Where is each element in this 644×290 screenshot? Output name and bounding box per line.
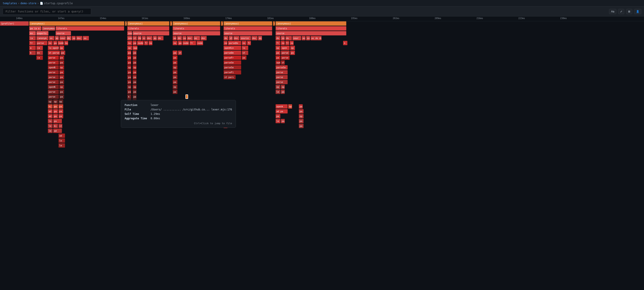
flame-sourc[interactable]: sourc bbox=[59, 36, 66, 40]
flame-pa-r14-3[interactable]: pa bbox=[132, 90, 136, 94]
flame-pa-r14[interactable]: pa bbox=[59, 90, 64, 94]
flame-fr-3[interactable]: fr bbox=[190, 41, 196, 45]
flame-pa-sm-11[interactable]: pa bbox=[242, 55, 246, 60]
flame-st-pars[interactable]: st pars bbox=[224, 75, 236, 79]
flame-pa-r11-2[interactable]: pa bbox=[127, 75, 131, 79]
flame-so-2[interactable]: so bbox=[72, 36, 76, 40]
flame-op-deep-3[interactable]: op bbox=[58, 99, 63, 104]
flame-pa-r11-3[interactable]: pa bbox=[132, 75, 136, 79]
flame-sou[interactable]: sou bbox=[127, 31, 132, 36]
flame-paren-1[interactable]: ( bbox=[125, 21, 127, 26]
flame-st-r21[interactable]: st bbox=[58, 124, 62, 128]
flame-parse-r14[interactable]: parse bbox=[48, 90, 59, 94]
flame-fr-4[interactable]: fr bbox=[247, 41, 251, 45]
flame-p-1[interactable]: (p bbox=[170, 21, 172, 26]
flame-op-1[interactable]: op bbox=[59, 46, 64, 50]
flame-n-1[interactable]: n bbox=[343, 41, 348, 45]
flame-parse-r[interactable]: parse bbox=[276, 70, 288, 74]
flame-literals-5[interactable]: literals bbox=[276, 26, 346, 31]
flame-pa-r10-2[interactable]: pa bbox=[127, 70, 131, 74]
flame-so-3[interactable]: so bbox=[83, 36, 89, 40]
flame-pa-r11-4[interactable]: pa bbox=[172, 75, 178, 79]
flame-pa-r19-2[interactable]: pa bbox=[58, 114, 63, 118]
flame-pa-sm-6[interactable]: pa bbox=[290, 51, 295, 55]
flame-pa-r12[interactable]: pa bbox=[59, 80, 64, 84]
flame-source-4[interactable]: source bbox=[224, 31, 272, 36]
flame-parse-sm-2[interactable]: parse bbox=[48, 55, 59, 60]
flame-doc-3[interactable]: doc bbox=[187, 36, 193, 40]
expand-button[interactable]: ⤢ bbox=[618, 9, 624, 14]
flame-parse-r2[interactable]: parse bbox=[276, 75, 288, 79]
flame-pa-r20[interactable]: pa bbox=[281, 119, 285, 123]
flame-as[interactable]: as bbox=[55, 36, 59, 40]
flame-pa-r14-4[interactable]: pa bbox=[172, 90, 178, 94]
flame-st-sm-3[interactable]: st bbox=[281, 60, 285, 65]
flame-lo-3[interactable]: lo bbox=[48, 119, 53, 123]
flame-ex-2[interactable]: ex bbox=[36, 51, 43, 55]
flame-parse-sm[interactable]: parse bbox=[281, 51, 290, 55]
flame-p-2[interactable]: (p bbox=[221, 21, 223, 26]
flame-literals-4[interactable]: literals bbox=[224, 26, 272, 31]
flame-op-sm-4[interactable]: op bbox=[172, 65, 178, 70]
flame-pa-r18-2[interactable]: pa bbox=[58, 109, 63, 113]
flame-pa-r4-5[interactable]: pa bbox=[299, 124, 304, 128]
user-button[interactable]: 👤 bbox=[634, 9, 641, 14]
flame-ad-pa[interactable]: ad pa bbox=[276, 109, 288, 113]
flame-as-5[interactable]: as bbox=[258, 36, 262, 40]
flame-node-2[interactable]: node bbox=[137, 41, 144, 45]
flame-as-do-doc[interactable]: as do doc bbox=[310, 36, 322, 40]
flame-op-r13-3[interactable]: op bbox=[132, 85, 136, 89]
flame-b-1[interactable]: b bbox=[29, 51, 36, 55]
flame-fr-1[interactable]: fr bbox=[29, 41, 36, 45]
flame-pa-r15[interactable]: pa bbox=[59, 94, 64, 99]
flame-do-2[interactable]: do bbox=[138, 36, 142, 40]
flame-source-5[interactable]: source bbox=[276, 31, 346, 36]
flame-pa-r18[interactable]: pa bbox=[53, 109, 58, 113]
flame-profiler[interactable]: (profiler) bbox=[0, 21, 29, 26]
font-size-button[interactable]: Aa bbox=[609, 9, 616, 14]
flame-fr-6[interactable]: fr bbox=[285, 41, 289, 45]
flame-pa-1[interactable]: pa bbox=[53, 41, 57, 45]
flame-a-3[interactable]: (a bbox=[36, 55, 43, 60]
flame-pa-r14-2[interactable]: pa bbox=[127, 90, 131, 94]
flame-anon-1[interactable]: (anonymous) bbox=[29, 21, 124, 26]
flame-parsefr[interactable]: parseFr bbox=[224, 55, 241, 60]
flame-no-5[interactable]: no bbox=[172, 41, 178, 45]
filter-input[interactable] bbox=[3, 8, 91, 15]
flame-parsese-r[interactable]: parseSe bbox=[276, 65, 288, 70]
flame-source-sm[interactable]: source bbox=[240, 36, 251, 40]
flame-parsese-1[interactable]: parseSe bbox=[224, 60, 241, 65]
flame-openn[interactable]: openN bbox=[48, 65, 59, 70]
flame-pa-r12-4[interactable]: pa bbox=[172, 80, 178, 84]
flame-ad-5[interactable]: ad bbox=[58, 133, 65, 138]
breadcrumb-demo-store[interactable]: demo-store bbox=[20, 2, 36, 5]
flame-doc-5[interactable]: doc bbox=[233, 36, 240, 40]
flame-pa-r4-4[interactable]: pa bbox=[299, 119, 304, 123]
flame-parse-1[interactable]: parse bbox=[36, 41, 47, 45]
flame-so[interactable]: so bbox=[49, 36, 54, 40]
flame-le-3[interactable]: le bbox=[48, 124, 53, 128]
flame-sc[interactable]: sc bbox=[142, 36, 146, 40]
flame-pa-r10-4[interactable]: pa bbox=[172, 70, 178, 74]
flame-do-1[interactable]: do bbox=[66, 36, 71, 40]
flame-pa-sm-9[interactable]: pa bbox=[132, 55, 136, 60]
flame-node-1[interactable]: node bbox=[58, 41, 64, 45]
flame-pa-lo[interactable]: pa bbox=[53, 119, 62, 123]
flame-k-1[interactable]: k bbox=[127, 94, 131, 99]
flame-as-2[interactable]: as bbox=[153, 36, 157, 40]
flame-do-3[interactable]: do bbox=[157, 36, 164, 40]
flame-anon-2[interactable]: (anonymous) bbox=[127, 21, 169, 26]
flame-le-5[interactable]: le bbox=[48, 128, 53, 133]
flame-pa-r10[interactable]: pa bbox=[59, 70, 64, 74]
flame-pa-a[interactable]: pa (a a bbox=[29, 26, 42, 31]
flame-op-2[interactable]: op bbox=[127, 46, 132, 50]
flame-literals-2[interactable]: literals bbox=[127, 26, 169, 31]
flame-a-2[interactable]: a bbox=[29, 46, 36, 50]
flame-so-4[interactable]: so bbox=[182, 36, 186, 40]
flame-pa-sm-7[interactable]: pa bbox=[59, 55, 64, 60]
flame-doc-4[interactable]: doc bbox=[200, 36, 207, 40]
flame-pa-sm-12[interactable]: pa bbox=[276, 55, 280, 60]
flame-doc-2[interactable]: doc bbox=[146, 36, 152, 40]
flame-open-sm[interactable]: open bbox=[276, 60, 280, 65]
flame-openkin[interactable]: openKin bbox=[224, 46, 241, 50]
